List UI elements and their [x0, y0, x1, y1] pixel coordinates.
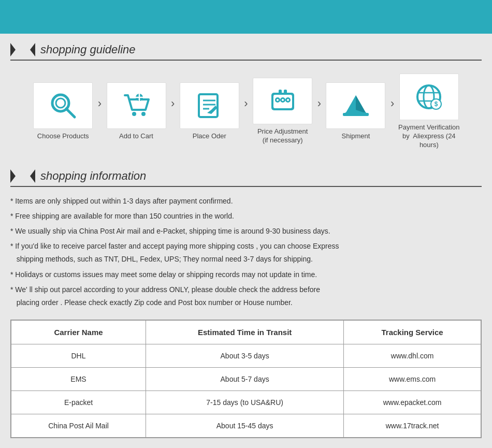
arrow-5: › [390, 97, 394, 110]
table-row: E-packet 7-15 days (to USA&RU) www.epack… [11, 391, 481, 414]
information-header: shopping information [10, 169, 482, 187]
cell-tracking-2: www.ems.com [344, 368, 481, 391]
cell-transit-1: About 3-5 days [146, 344, 344, 368]
cell-tracking-4: www.17track.net [344, 414, 481, 438]
steps-flow: Choose Products › Add to Cart › [10, 68, 482, 160]
step-label-6: Payment Verificationby Aliexpress (24 ho… [395, 123, 462, 150]
step-label-1: Choose Products [37, 132, 89, 141]
cell-transit-3: 7-15 days (to USA&RU) [146, 391, 344, 414]
step-icon-box-4 [253, 78, 312, 124]
svg-point-5 [132, 112, 136, 116]
guideline-header: shopping guideline [10, 43, 482, 61]
col-header-transit: Estimated Time in Transit [146, 321, 344, 344]
svg-point-6 [141, 112, 146, 116]
arrow-3: › [244, 97, 248, 110]
svg-point-4 [56, 98, 65, 108]
step-shipment: Shipment [322, 82, 389, 141]
carrier-table-wrapper: Carrier Name Estimated Time in Transit T… [10, 320, 482, 438]
step-add-to-cart: Add to Cart [103, 82, 170, 141]
step-icon-box-6: $ [399, 74, 459, 120]
info-lines-container: * Items are only shipped out within 1-3 … [10, 195, 482, 310]
step-payment-verification: $ Payment Verificationby Aliexpress (24 … [395, 74, 462, 150]
table-row: DHL About 3-5 days www.dhl.com [11, 344, 481, 368]
step-price-adjustment: Price Adjustment(if necessary) [249, 78, 316, 145]
svg-point-20 [282, 99, 284, 101]
content-area: shopping guideline Choose Products › [0, 43, 492, 448]
header-decoration [10, 43, 36, 56]
info-header-decoration [10, 169, 36, 183]
step-label-4: Price Adjustment(if necessary) [257, 127, 308, 145]
table-header-row: Carrier Name Estimated Time in Transit T… [11, 321, 481, 344]
svg-rect-10 [199, 94, 218, 117]
col-header-carrier: Carrier Name [11, 321, 146, 344]
svg-line-3 [66, 109, 75, 117]
cell-tracking-1: www.dhl.com [344, 344, 481, 368]
arrow-2: › [171, 97, 175, 110]
step-label-3: Place Oder [193, 132, 226, 141]
cell-transit-2: About 5-7 days [146, 368, 344, 391]
step-place-order: Place Oder [176, 82, 243, 141]
table-row: China Post Ail Mail About 15-45 days www… [11, 414, 481, 438]
cell-carrier-4: China Post Ail Mail [11, 414, 146, 438]
info-line-4: * If you'd like to receive parcel faster… [10, 240, 482, 266]
col-header-tracking: Tracking Service [344, 321, 481, 344]
svg-rect-22 [279, 90, 282, 94]
info-line-6: * We' ll ship out parcel according to yo… [10, 283, 482, 309]
guideline-title: shopping guideline [40, 43, 136, 56]
step-icon-box-2 [107, 82, 166, 129]
info-line-1: * Items are only shipped out within 1-3 … [10, 195, 482, 208]
svg-rect-25 [343, 113, 369, 116]
cell-carrier-2: EMS [11, 368, 146, 391]
info-line-3: * We usually ship via China Post Air mai… [10, 225, 482, 238]
svg-rect-23 [284, 90, 287, 94]
step-icon-box-1 [33, 82, 93, 129]
arrow-4: › [317, 97, 321, 110]
step-label-5: Shipment [342, 132, 370, 141]
table-row: EMS About 5-7 days www.ems.com [11, 368, 481, 391]
svg-point-21 [287, 99, 289, 101]
cell-carrier-1: DHL [11, 344, 146, 368]
carrier-table: Carrier Name Estimated Time in Transit T… [11, 320, 481, 438]
step-icon-box-5 [326, 82, 385, 129]
step-icon-box-3 [180, 82, 239, 129]
info-line-5: * Holidays or customs issues may meet so… [10, 268, 482, 281]
step-choose-products: Choose Products [30, 82, 97, 141]
cell-carrier-3: E-packet [11, 391, 146, 414]
cell-transit-4: About 15-45 days [146, 414, 344, 438]
arrow-1: › [98, 97, 102, 110]
svg-point-19 [277, 99, 279, 101]
info-line-2: * Free shipping are available for more t… [10, 210, 482, 223]
cell-tracking-3: www.epacket.com [344, 391, 481, 414]
step-label-2: Add to Cart [119, 132, 153, 141]
svg-text:$: $ [435, 100, 438, 108]
information-title: shopping information [40, 169, 146, 183]
top-banner [0, 0, 492, 34]
